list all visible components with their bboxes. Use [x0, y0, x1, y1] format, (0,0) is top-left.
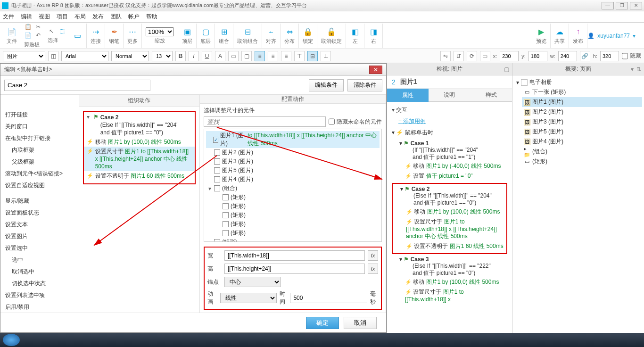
unlock-icon[interactable]: 🔓	[326, 26, 337, 37]
tree-row[interactable]: ▾(组合)	[206, 184, 380, 193]
outline-item[interactable]: 🖼图片5 (图片)	[522, 127, 642, 137]
add-case-link[interactable]: 添加用例	[403, 118, 426, 124]
interaction-case[interactable]: ▾ ⚑ Case 1(If "[[This.width]]" == "204"a…	[392, 140, 507, 181]
outline-item[interactable]: 🖼图片1 (图片)	[522, 97, 642, 107]
publish-icon[interactable]: ↑	[573, 26, 583, 37]
menu-project[interactable]: 项目	[57, 13, 68, 21]
align-left-text[interactable]: ≡	[255, 51, 265, 61]
y-input[interactable]	[528, 51, 547, 61]
pointer-icon[interactable]: ↖	[48, 27, 55, 35]
tree-row[interactable]: (矩形)	[206, 202, 380, 211]
x-input[interactable]	[500, 51, 519, 61]
interaction-case[interactable]: ▾ ⚑ Case 3(Else If "[[This.width]]" == "…	[392, 256, 507, 304]
w-input[interactable]	[558, 51, 577, 61]
tab-notes[interactable]: 说明	[429, 89, 470, 102]
distribute-icon[interactable]: ⇔	[284, 26, 295, 37]
menu-publish[interactable]: 发布	[92, 13, 104, 21]
tree-row[interactable]: (矩形)	[206, 229, 380, 238]
outline-item[interactable]: ▭(矩形)	[522, 157, 642, 166]
flip-h-icon[interactable]: ⇋	[440, 51, 451, 61]
case-action[interactable]: ⚡设置不透明于 图片1 60 线性 500ms	[84, 171, 195, 181]
action-item[interactable]: 设置面板状态	[0, 207, 79, 219]
case-action[interactable]: ⚡移动 图片1 by (100,0) 线性 500ms	[84, 137, 195, 147]
menu-team[interactable]: 团队	[110, 13, 122, 21]
action-item[interactable]: 显示/隐藏	[0, 195, 79, 207]
outline-root[interactable]: ▾电子相册	[514, 77, 642, 87]
anchor-select[interactable]: 中心	[224, 277, 281, 287]
menu-view[interactable]: 视图	[39, 13, 50, 21]
cut-icon[interactable]: ✂	[34, 23, 42, 31]
widget-tree[interactable]: ✓图片1 (图片) to [[This.width+18]] x [[This.…	[204, 129, 382, 242]
action-item[interactable]: 设置自适应视图	[0, 180, 79, 191]
text-color-button[interactable]: A	[215, 51, 225, 61]
sort-icon[interactable]: ⇅	[636, 66, 641, 73]
case-name-input[interactable]	[4, 80, 150, 91]
group-icon[interactable]: ⊞	[219, 26, 229, 37]
anim-select[interactable]: 线性	[220, 293, 277, 303]
font-weight[interactable]: Normal	[111, 51, 149, 61]
paste-icon[interactable]: 📄	[24, 32, 32, 39]
tree-row[interactable]: (矩形)	[206, 211, 380, 220]
menu-layout[interactable]: 布局	[74, 13, 86, 21]
rotate-icon[interactable]: ⟳	[467, 51, 477, 61]
action-item[interactable]: 选中	[0, 254, 79, 266]
align-right-text[interactable]: ≡	[281, 51, 291, 61]
outline-item[interactable]: 🖼图片4 (图片)	[522, 137, 642, 147]
menu-help[interactable]: 帮助	[146, 13, 157, 21]
tree-row[interactable]: 图片4 (图片)	[206, 175, 380, 184]
dim-icon[interactable]: ▭	[480, 51, 490, 61]
share-icon[interactable]: ☁	[554, 26, 565, 37]
align-center-text[interactable]: ≡	[268, 51, 278, 61]
width-input[interactable]	[224, 250, 365, 261]
action-item[interactable]: 启用/禁用	[0, 301, 79, 313]
dialog-close-button[interactable]: ✕	[369, 66, 382, 74]
ok-button[interactable]: 确定	[306, 317, 339, 329]
action-item[interactable]: 在框架中打开链接	[0, 132, 79, 144]
ungroup-icon[interactable]: ⊟	[242, 26, 253, 37]
action-item[interactable]: 打开链接	[0, 109, 79, 121]
hide-unnamed-checkbox[interactable]	[329, 116, 335, 127]
cancel-button[interactable]: 取消	[344, 317, 377, 329]
action-item[interactable]: 滚动到元件<错误链接>	[0, 168, 79, 180]
actions-list[interactable]: 打开链接关闭窗口在框架中打开链接内联框架父级框架滚动到元件<错误链接>设置自适应…	[0, 107, 79, 313]
file-icon[interactable]: 📄	[7, 26, 17, 37]
maximize-button[interactable]: ❐	[616, 2, 628, 9]
undo-icon[interactable]: ↶	[34, 32, 42, 39]
connect-icon[interactable]: ⇢	[91, 26, 101, 37]
fx-button-2[interactable]: fx	[368, 264, 378, 274]
more-icon[interactable]: ⋯	[127, 26, 138, 37]
zoom-select[interactable]: 100%	[146, 27, 174, 36]
action-item[interactable]: 设置图片	[0, 231, 79, 242]
height-input[interactable]	[224, 264, 365, 274]
align-left-icon[interactable]: ◧	[350, 26, 360, 37]
interaction-case[interactable]: ▾ ⚑ Case 2(Else If "[[This.width]]" == "…	[392, 183, 507, 254]
h-input[interactable]	[600, 51, 619, 61]
start-button[interactable]	[3, 334, 20, 346]
menu-account[interactable]: 帐户	[128, 13, 140, 21]
valign-bot[interactable]: ⊥	[321, 51, 331, 61]
search-input[interactable]	[204, 116, 326, 127]
action-item[interactable]: 设置文本	[0, 219, 79, 231]
minimize-button[interactable]: —	[602, 2, 614, 9]
align-right-icon[interactable]: ◨	[368, 26, 379, 37]
valign-mid[interactable]: ⊟	[307, 51, 318, 61]
action-item[interactable]: 设置选中	[0, 242, 79, 254]
fill-button[interactable]: ▭	[228, 51, 239, 61]
italic-button[interactable]: I	[189, 51, 199, 61]
lock-ratio-icon[interactable]: 🔗	[580, 51, 590, 61]
pen-icon[interactable]: ✒	[109, 26, 119, 37]
outline-item[interactable]: ▭下一张 (矩形)	[522, 87, 642, 97]
tree-row[interactable]: ✓图片1 (图片) to [[This.width+18]] x [[This.…	[206, 131, 380, 148]
tab-properties[interactable]: 属性	[387, 89, 429, 102]
outline-item[interactable]: ▸ 📁(组合)	[522, 147, 642, 157]
send-back-icon[interactable]: ▢	[200, 26, 211, 37]
underline-button[interactable]: U	[202, 51, 212, 61]
bring-front-icon[interactable]: ▣	[182, 26, 192, 37]
font-size[interactable]: 13	[152, 51, 173, 61]
clear-condition-button[interactable]: 清除条件	[347, 79, 382, 91]
action-item[interactable]: 设置列表选中项	[0, 289, 79, 301]
outline-item[interactable]: 🖼图片3 (图片)	[522, 117, 642, 127]
tree-row[interactable]: (矩形)	[206, 238, 380, 242]
case-action[interactable]: ⚡设置尺寸于 图片1 to [[This.width+18]] x [[This…	[84, 147, 195, 171]
action-item[interactable]: 取消选中	[0, 266, 79, 278]
